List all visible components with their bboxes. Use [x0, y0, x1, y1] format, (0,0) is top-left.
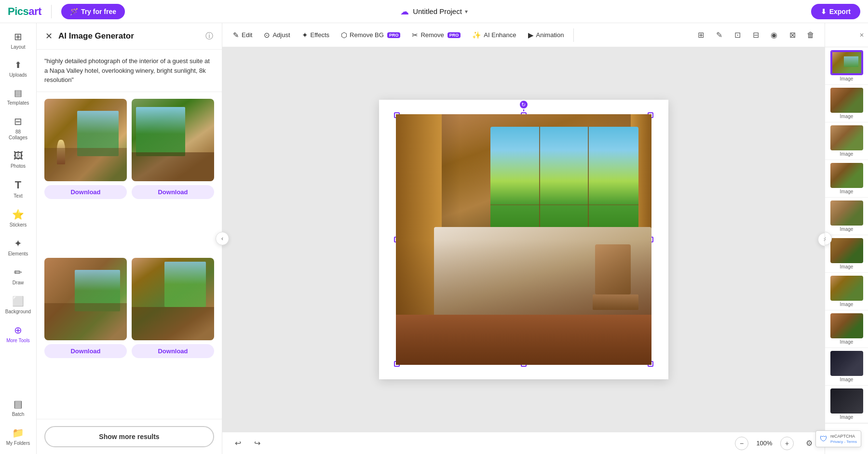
redo-button[interactable]: ↪: [249, 436, 265, 451]
animation-button[interactable]: ▶ Animation: [523, 28, 569, 42]
download-label-3: Download: [70, 347, 100, 355]
download-button-2[interactable]: Download: [132, 185, 214, 199]
image-thumb-1[interactable]: [44, 99, 127, 181]
panel-info-button[interactable]: ⓘ: [204, 30, 214, 42]
adjust-button[interactable]: ⊙ Adjust: [259, 28, 295, 42]
image-card-4: Download: [132, 258, 214, 412]
right-image-item-9[interactable]: Image: [825, 348, 868, 386]
toolbar-flip-button[interactable]: ⊠: [784, 27, 800, 43]
canvas-right-expand-button[interactable]: ›: [818, 233, 825, 246]
project-title[interactable]: Untitled Project ▾: [413, 7, 468, 15]
image-thumb-4[interactable]: [132, 258, 214, 340]
image-thumb-2[interactable]: [132, 99, 214, 181]
right-image-thumb-7: [830, 276, 863, 301]
toolbar-delete-button[interactable]: 🗑: [802, 27, 819, 43]
bottom-toolbar: ↩ ↪ − 100% + ⚙: [222, 432, 825, 454]
sidebar-item-more-tools[interactable]: ⊕ More Tools: [3, 320, 34, 347]
toolbar-layers-button[interactable]: ⊞: [692, 27, 709, 43]
sidebar-item-background[interactable]: ⬜ Background: [3, 292, 34, 319]
redo-icon: ↪: [254, 439, 260, 448]
canvas-main-image: [396, 114, 651, 365]
header-center: ☁ Untitled Project ▾: [400, 6, 468, 17]
canvas-area: › ↻: [222, 47, 825, 432]
sidebar-item-batch[interactable]: ▤ Batch: [3, 394, 34, 421]
sidebar-item-text[interactable]: T Text: [3, 175, 34, 203]
undo-icon: ↩: [235, 439, 241, 448]
remove-button[interactable]: ✂ Remove PRO: [407, 28, 465, 42]
zoom-out-button[interactable]: −: [735, 437, 748, 450]
toolbar-color-button[interactable]: ◉: [766, 27, 782, 43]
right-image-item-3[interactable]: Image: [825, 122, 868, 160]
right-image-label-3: Image: [840, 151, 854, 157]
color-icon: ◉: [771, 30, 777, 40]
right-image-label-5: Image: [840, 227, 854, 232]
show-more-button[interactable]: Show more results: [44, 426, 214, 447]
remove-bg-button[interactable]: ⬡ Remove BG PRO: [336, 28, 405, 42]
toolbar-arrange-button[interactable]: ⊟: [747, 27, 764, 43]
right-image-item-1[interactable]: Image: [825, 47, 868, 85]
zoom-in-button[interactable]: +: [780, 437, 794, 450]
right-image-item-7[interactable]: Image: [825, 273, 868, 310]
header-divider: [51, 5, 52, 18]
elements-icon: ✦: [14, 238, 22, 249]
sidebar-item-stickers[interactable]: ⭐ Stickers: [3, 205, 34, 232]
sidebar-item-elements[interactable]: ✦ Elements: [3, 234, 34, 261]
canvas-frame[interactable]: ↻: [379, 100, 668, 379]
edit-button[interactable]: ✎ Edit: [228, 28, 257, 42]
panel-collapse-button[interactable]: ‹: [216, 232, 229, 245]
sidebar-item-my-folders[interactable]: 📁 My Folders: [3, 423, 34, 450]
sidebar-item-collages[interactable]: ⊟ 88 Collages: [3, 112, 34, 145]
download-button-1[interactable]: Download: [44, 185, 127, 199]
right-image-thumb-3: [830, 125, 863, 150]
selected-element[interactable]: ↻: [396, 114, 651, 365]
adjust-icon: ⊙: [264, 31, 270, 40]
try-free-button[interactable]: 🪄 Try for free: [61, 4, 125, 19]
right-image-item-2[interactable]: Image: [825, 85, 868, 122]
prompt-text: "highly detailed photograph of the inter…: [44, 57, 210, 83]
effects-button[interactable]: ✦ Effects: [297, 28, 335, 42]
right-image-item-10[interactable]: Image: [825, 386, 868, 423]
text-icon: T: [15, 179, 21, 191]
zoom-in-icon: +: [785, 440, 789, 447]
right-image-thumb-4: [830, 163, 863, 188]
right-image-thumb-2: [830, 88, 863, 113]
sidebar-item-templates[interactable]: ▤ Templates: [3, 84, 34, 110]
right-image-item-5[interactable]: Image: [825, 198, 868, 235]
right-image-item-6[interactable]: Image: [825, 235, 868, 273]
panel-wrapper: ✕ AI Image Generator ⓘ "highly detailed …: [37, 23, 222, 454]
header-right: ⬇ Export: [811, 4, 860, 19]
layers-icon: ⊞: [698, 30, 704, 40]
toolbar-pen-button[interactable]: ✎: [711, 27, 727, 43]
sidebar-item-photos[interactable]: 🖼 Photos: [3, 147, 34, 173]
toolbar-crop-button[interactable]: ⊡: [729, 27, 746, 43]
ai-enhance-label: AI Enhance: [484, 31, 516, 39]
close-small-icon: ✕: [859, 32, 864, 39]
image-thumb-3[interactable]: [44, 258, 127, 340]
sidebar-label-photos: Photos: [11, 163, 26, 169]
right-panel-close-button[interactable]: ✕: [859, 32, 864, 39]
collages-icon: ⊟: [14, 116, 22, 127]
ai-image-generator-panel: ✕ AI Image Generator ⓘ "highly detailed …: [37, 23, 222, 454]
rotate-handle[interactable]: ↻: [519, 100, 529, 109]
uploads-icon: ⬆: [14, 60, 22, 70]
right-image-thumb-6: [830, 238, 863, 263]
canvas-settings-button[interactable]: ⚙: [801, 436, 817, 451]
sidebar-label-text: Text: [14, 193, 22, 199]
export-button[interactable]: ⬇ Export: [811, 4, 860, 19]
chevron-right-icon: ›: [824, 236, 825, 243]
right-image-item-8[interactable]: Image: [825, 310, 868, 348]
right-image-item-4[interactable]: Image: [825, 160, 868, 198]
sidebar-item-uploads[interactable]: ⬆ Uploads: [3, 56, 34, 82]
download-button-4[interactable]: Download: [132, 344, 214, 358]
recaptcha-links: Privacy - Terms: [830, 440, 857, 444]
sidebar-item-layout[interactable]: ⊞ Layout: [3, 27, 34, 54]
download-button-3[interactable]: Download: [44, 344, 127, 358]
sidebar-item-draw[interactable]: ✏ Draw: [3, 263, 34, 290]
sidebar-label-collages: 88 Collages: [6, 129, 31, 141]
undo-button[interactable]: ↩: [230, 436, 245, 451]
right-image-label-6: Image: [840, 264, 854, 269]
zoom-out-icon: −: [740, 440, 744, 447]
ai-enhance-button[interactable]: ✨ AI Enhance: [467, 28, 521, 42]
chevron-down-icon: ▾: [465, 8, 468, 15]
panel-close-button[interactable]: ✕: [44, 30, 54, 42]
